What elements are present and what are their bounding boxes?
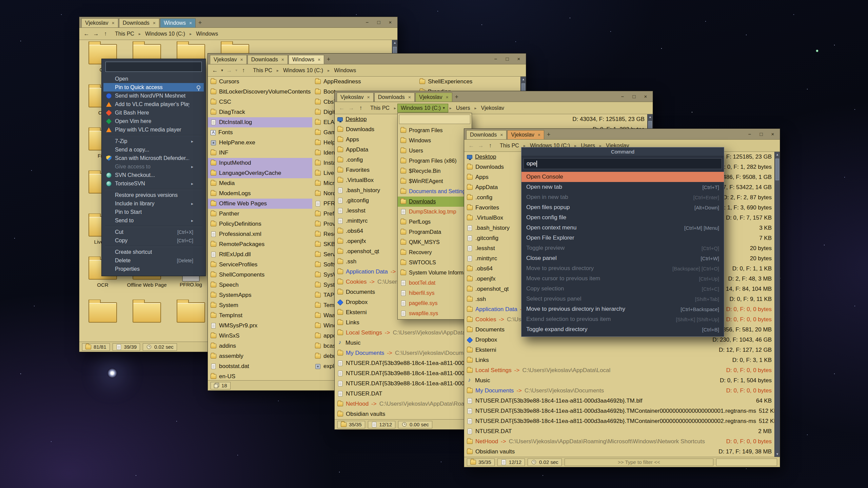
context-menu-item[interactable]: Pin to Start bbox=[103, 208, 204, 216]
palette-command-item[interactable]: Close panel [Ctrl+W] bbox=[521, 253, 724, 263]
file-row[interactable]: NTUSER.DAT{53b39e88-18c4-11ea-a811-000d3… bbox=[464, 406, 774, 416]
dropdown-item[interactable]: QMK_MSYS bbox=[398, 237, 472, 247]
context-menu-item[interactable] bbox=[103, 188, 204, 191]
tab-close-icon[interactable]: × bbox=[112, 21, 114, 25]
tab[interactable]: Windows × bbox=[289, 55, 324, 64]
palette-command-item[interactable]: Toggle expand directory [Ctrl+B] bbox=[521, 324, 724, 334]
dropdown-item[interactable]: PerfLogs bbox=[398, 217, 472, 227]
context-menu-item[interactable]: Pin to Quick access bbox=[103, 83, 204, 92]
file-row[interactable]: CSC bbox=[208, 97, 312, 107]
dropdown-item[interactable]: System Volume Information bbox=[398, 268, 472, 278]
vertical-scrollbar[interactable]: ▲ ▼ bbox=[774, 152, 780, 457]
file-row[interactable]: Links D: 0, F: 3, 1 KB bbox=[464, 355, 774, 365]
palette-command-item[interactable]: Copy selection [Ctrl+C] bbox=[521, 284, 724, 294]
tab[interactable]: Downloads × bbox=[466, 130, 507, 139]
file-row[interactable]: Eksterni D: 12, F: 127, 12 GB bbox=[464, 345, 774, 355]
filter-input[interactable] bbox=[716, 459, 777, 466]
file-row[interactable]: Speech bbox=[208, 280, 312, 290]
breadcrumb-item[interactable]: This PC bbox=[367, 104, 393, 112]
context-menu-filter-input[interactable] bbox=[105, 62, 202, 72]
tab-close-icon[interactable]: × bbox=[281, 57, 284, 62]
maximize-button[interactable]: □ bbox=[374, 19, 384, 26]
context-menu-item[interactable]: Open bbox=[103, 75, 204, 83]
breadcrumb-item[interactable]: Users bbox=[453, 104, 473, 112]
file-row[interactable]: My Documents -> C:\Users\Vjekoslav\Docum… bbox=[464, 386, 774, 396]
context-menu-item[interactable]: Include in library ▸ bbox=[103, 199, 204, 208]
dropdown-item[interactable]: swapfile.sys bbox=[398, 308, 472, 319]
file-row[interactable]: Local Settings -> C:\Users\Vjekoslav\App… bbox=[464, 365, 774, 375]
file-row[interactable]: ModemLogs bbox=[208, 188, 312, 199]
nav-button[interactable]: ↑ bbox=[486, 141, 495, 150]
minimize-button[interactable]: − bbox=[745, 130, 755, 138]
scroll-up-icon[interactable]: ▲ bbox=[776, 153, 779, 156]
tab[interactable]: Vjekoslav × bbox=[210, 55, 247, 64]
file-row[interactable]: en-US bbox=[208, 371, 312, 380]
palette-command-item[interactable]: Move to previous directory [Backspace] [… bbox=[521, 263, 724, 273]
context-menu-item[interactable]: Git Bash Here bbox=[103, 108, 204, 117]
breadcrumb-item[interactable]: Windows bbox=[193, 30, 221, 38]
palette-command-item[interactable]: Open new tab [Ctrl+T] bbox=[521, 182, 724, 192]
scroll-down-icon[interactable]: ▼ bbox=[776, 452, 779, 456]
file-row[interactable]: INF bbox=[208, 148, 312, 158]
breadcrumb-item[interactable]: This PC bbox=[497, 142, 522, 150]
tab[interactable]: Vjekoslav × bbox=[337, 93, 374, 102]
nav-button[interactable]: ↑ bbox=[239, 66, 248, 75]
file-row[interactable]: ShellComponents bbox=[208, 270, 312, 280]
nav-button[interactable]: ← bbox=[337, 104, 346, 113]
context-menu-item[interactable] bbox=[103, 225, 204, 228]
file-row[interactable]: AppReadiness bbox=[312, 77, 417, 87]
breadcrumb-item[interactable]: Windows 10 (C:) bbox=[142, 30, 188, 38]
breadcrumb-item[interactable]: Vjekoslav bbox=[478, 104, 507, 112]
palette-command-item[interactable]: Move to previous directory in hierarchy … bbox=[521, 304, 724, 314]
file-row[interactable]: NetHood -> C:\Users\Vjekoslav\AppData\Ro… bbox=[464, 436, 774, 447]
new-tab-button[interactable]: + bbox=[544, 130, 553, 139]
tab-close-icon[interactable]: × bbox=[408, 95, 411, 100]
file-row[interactable]: Panther bbox=[208, 209, 312, 219]
tab[interactable]: Downloads × bbox=[374, 93, 415, 102]
palette-command-item[interactable]: Select previous panel [Shift+Tab] bbox=[521, 294, 724, 304]
palette-command-item[interactable]: Extend selection to previous item [Shift… bbox=[521, 314, 724, 324]
file-row[interactable]: BitLockerDiscoveryVolumeContents bbox=[208, 87, 312, 97]
nav-button[interactable]: ▾ bbox=[234, 66, 238, 75]
file-row[interactable]: Media bbox=[208, 178, 312, 188]
context-menu-item[interactable]: SVN Checkout... bbox=[103, 171, 204, 179]
tab-close-icon[interactable]: × bbox=[500, 133, 503, 137]
scroll-up-icon[interactable]: ▲ bbox=[649, 115, 652, 119]
file-row[interactable]: WinSxS bbox=[208, 331, 312, 341]
dropdown-item[interactable]: Users bbox=[398, 146, 472, 156]
palette-command-item[interactable]: Open config file bbox=[521, 212, 724, 223]
tab-close-icon[interactable]: × bbox=[367, 95, 370, 100]
file-row[interactable]: Music D: 0, F: 1, 504 bytes bbox=[464, 375, 774, 386]
nav-button[interactable]: ↑ bbox=[101, 29, 110, 38]
palette-command-item[interactable]: Open context menu [Ctrl+M] [Menu] bbox=[521, 223, 724, 233]
file-row[interactable]: addins bbox=[208, 341, 312, 351]
dropdown-item[interactable]: hiberfil.sys bbox=[398, 288, 472, 298]
close-button[interactable]: × bbox=[640, 93, 651, 100]
dropdown-item[interactable]: bootTel.dat bbox=[398, 278, 472, 288]
tab[interactable]: Vjekoslav × bbox=[81, 18, 118, 27]
window-titlebar[interactable]: Vjekoslav × Downloads × Vjekoslav × + − … bbox=[335, 91, 653, 102]
dropdown-item[interactable]: Recovery bbox=[398, 247, 472, 258]
tab-close-icon[interactable]: × bbox=[318, 57, 320, 62]
tab-close-icon[interactable]: × bbox=[446, 95, 449, 100]
context-menu-item[interactable]: Create shortcut bbox=[103, 248, 204, 256]
context-menu-item[interactable]: 7-Zip ▸ bbox=[103, 137, 204, 145]
dropdown-item[interactable]: $WinREAgent bbox=[398, 176, 472, 186]
file-row[interactable]: Obsidian vaults D: 17, F: 149, 38 MB bbox=[464, 447, 774, 457]
context-menu-item[interactable]: Open Vim here bbox=[103, 117, 204, 125]
breadcrumb-item[interactable]: Windows 10 (C:) bbox=[280, 66, 326, 75]
file-row[interactable]: TempInst bbox=[208, 310, 312, 321]
file-row[interactable]: PolicyDefinitions bbox=[208, 219, 312, 229]
new-tab-button[interactable]: + bbox=[324, 55, 333, 64]
dropdown-item[interactable]: $Recycle.Bin bbox=[398, 166, 472, 176]
new-tab-button[interactable]: + bbox=[452, 93, 461, 102]
close-button[interactable]: × bbox=[768, 130, 778, 138]
palette-command-item[interactable]: Open files popup [Alt+Down] bbox=[521, 202, 724, 212]
file-row[interactable]: Desktop D: 43034, F: 125185, 23 GB bbox=[335, 114, 647, 124]
context-menu-item[interactable]: Add to VLC media player's Playlist bbox=[103, 100, 204, 108]
nav-button[interactable]: → bbox=[476, 141, 485, 150]
file-tile[interactable] bbox=[81, 300, 125, 342]
context-menu-item[interactable] bbox=[103, 245, 204, 248]
palette-command-item[interactable]: Move cursor to previous item [Ctrl+Up] bbox=[521, 273, 724, 284]
breadcrumb-item[interactable]: This PC bbox=[112, 30, 137, 38]
